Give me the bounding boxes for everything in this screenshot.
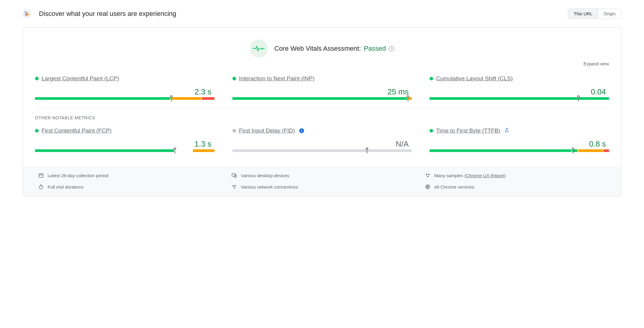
crux-report-link[interactable]: Chrome UX Report xyxy=(466,173,504,178)
svg-point-14 xyxy=(427,176,428,177)
footer-period: Latest 28-day collection period xyxy=(48,173,108,178)
status-dot-icon xyxy=(232,77,236,80)
metric-bar-fcp xyxy=(35,149,214,154)
toggle-origin[interactable]: Origin xyxy=(598,9,621,19)
metric-cls: Cumulative Layout Shift (CLS) 0.04 xyxy=(430,75,609,102)
status-dot-icon xyxy=(430,129,433,133)
metric-value-cls: 0.04 xyxy=(430,87,609,97)
metric-name-ttfb[interactable]: Time to First Byte (TTFB) xyxy=(436,127,500,134)
footer-devices: Various desktop devices xyxy=(241,173,289,178)
metric-bar-cls xyxy=(430,97,609,102)
vitals-card: Core Web Vitals Assessment: Passed ? Exp… xyxy=(23,27,621,196)
divider xyxy=(35,108,609,108)
assessment-row: Core Web Vitals Assessment: Passed ? xyxy=(35,40,609,58)
footer-chrome: All Chrome versions xyxy=(434,184,474,189)
page-title: Discover what your real users are experi… xyxy=(39,10,176,18)
metric-lcp: Largest Contentful Paint (LCP) 2.3 s xyxy=(35,75,214,102)
expand-view-link[interactable]: Expand view xyxy=(35,61,609,66)
help-icon[interactable]: ? xyxy=(389,46,394,51)
svg-point-4 xyxy=(261,48,263,49)
svg-point-18 xyxy=(234,188,235,188)
chrome-icon xyxy=(425,184,431,189)
metric-bar-ttfb xyxy=(430,149,609,154)
svg-rect-0 xyxy=(25,14,26,16)
svg-point-13 xyxy=(428,174,430,175)
toggle-this-url[interactable]: This URL xyxy=(568,9,598,19)
footer-network: Various network connections xyxy=(241,184,298,189)
calendar-icon xyxy=(38,173,44,178)
metric-name-fcp[interactable]: First Contentful Paint (FCP) xyxy=(42,127,111,134)
info-icon[interactable]: i xyxy=(299,128,304,133)
svg-rect-2 xyxy=(28,13,29,16)
metric-value-fcp: 1.3 s xyxy=(35,139,214,149)
status-dot-icon xyxy=(430,77,433,80)
experimental-icon[interactable] xyxy=(504,128,509,134)
status-dot-icon xyxy=(35,77,39,80)
crux-logo-icon xyxy=(23,10,31,18)
metric-bar-fid xyxy=(232,149,412,154)
pulse-icon xyxy=(250,40,268,58)
devices-icon xyxy=(231,173,237,178)
header-row: Discover what your real users are experi… xyxy=(23,8,621,19)
assessment-status: Passed xyxy=(364,45,386,52)
footer-duration: Full visit durations xyxy=(48,184,84,189)
footer-samples: Many samples xyxy=(434,173,463,178)
svg-rect-1 xyxy=(27,12,28,16)
metric-inp: Interaction to Next Paint (INP) 25 ms xyxy=(232,75,412,102)
metric-value-inp: 25 ms xyxy=(232,87,412,97)
metric-name-lcp[interactable]: Largest Contentful Paint (LCP) xyxy=(42,75,119,82)
metric-bar-inp xyxy=(232,97,412,102)
metric-fid: First Input Delay (FID) i N/A xyxy=(232,127,412,154)
scope-toggle: This URL Origin xyxy=(568,8,621,19)
metric-value-ttfb: 0.8 s xyxy=(430,139,609,149)
svg-point-3 xyxy=(25,11,26,13)
samples-icon xyxy=(425,173,431,178)
other-metrics-label: OTHER NOTABLE METRICS xyxy=(35,115,609,120)
metric-name-inp[interactable]: Interaction to Next Paint (INP) xyxy=(239,75,315,82)
svg-rect-6 xyxy=(39,174,43,177)
metric-fcp: First Contentful Paint (FCP) 1.3 s xyxy=(35,127,214,154)
assessment-label: Core Web Vitals Assessment: xyxy=(274,45,361,52)
network-icon xyxy=(231,184,237,189)
svg-point-12 xyxy=(426,174,427,175)
status-dot-icon xyxy=(232,129,236,133)
stopwatch-icon xyxy=(38,184,44,189)
metric-name-cls[interactable]: Cumulative Layout Shift (CLS) xyxy=(436,75,513,82)
metric-ttfb: Time to First Byte (TTFB) 0.8 s xyxy=(430,127,609,154)
footer-info: Latest 28-day collection period Various … xyxy=(23,166,621,196)
metric-name-fid[interactable]: First Input Delay (FID) xyxy=(239,127,295,134)
status-dot-icon xyxy=(35,129,39,133)
metric-value-lcp: 2.3 s xyxy=(35,87,214,97)
metric-bar-lcp xyxy=(35,97,214,102)
metric-value-fid: N/A xyxy=(232,139,412,149)
